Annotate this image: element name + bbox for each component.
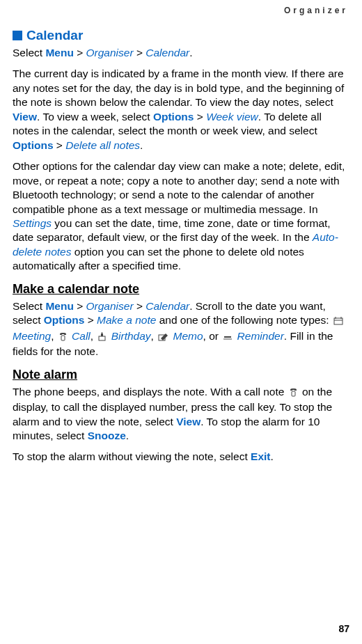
options-link: Options bbox=[13, 139, 54, 151]
meeting-link: Meeting bbox=[13, 330, 51, 342]
note-alarm-description-1: The phone beeps, and displays the note. … bbox=[13, 385, 349, 443]
svg-rect-9 bbox=[224, 336, 231, 338]
svg-rect-6 bbox=[101, 333, 103, 336]
meeting-icon bbox=[333, 315, 343, 329]
sep: > bbox=[134, 300, 146, 312]
view-link: View bbox=[13, 111, 37, 123]
menu-link: Menu bbox=[45, 300, 73, 312]
exit-link: Exit bbox=[251, 450, 270, 462]
text: you can set the date, time, time zone, d… bbox=[13, 217, 331, 243]
memo-icon bbox=[158, 331, 168, 345]
calendar-description-1: The current day is indicated by a frame … bbox=[13, 67, 349, 152]
text: . bbox=[140, 139, 143, 151]
snooze-link: Snooze bbox=[88, 430, 126, 441]
view-link: View bbox=[176, 416, 200, 427]
sep: > bbox=[134, 47, 146, 58]
settings-link: Settings bbox=[13, 217, 52, 229]
text: , bbox=[151, 330, 157, 342]
memo-link: Memo bbox=[170, 330, 203, 342]
reminder-icon bbox=[223, 331, 233, 345]
options-link: Options bbox=[153, 111, 194, 123]
options-link: Options bbox=[44, 314, 85, 326]
subheading-make-note: Make a calendar note bbox=[13, 282, 349, 297]
call-icon bbox=[58, 331, 68, 345]
sep: > bbox=[74, 47, 86, 58]
calendar-link: Calendar bbox=[145, 300, 189, 312]
header-label: Organizer bbox=[13, 6, 349, 15]
calendar-description-2: Other options for the calendar day view … bbox=[13, 159, 349, 274]
birthday-link: Birthday bbox=[108, 330, 150, 342]
birthday-icon bbox=[97, 331, 107, 345]
text: The current day is indicated by a frame … bbox=[13, 68, 344, 108]
square-bullet-icon bbox=[13, 31, 22, 40]
text: . bbox=[270, 450, 273, 462]
page-number: 87 bbox=[338, 623, 349, 634]
text: , or bbox=[203, 330, 222, 342]
sep: > bbox=[194, 111, 206, 123]
call-icon bbox=[289, 386, 298, 400]
note-alarm-description-2: To stop the alarm without viewing the no… bbox=[13, 450, 349, 464]
text: Other options for the calendar day view … bbox=[13, 160, 345, 214]
svg-rect-5 bbox=[99, 336, 105, 340]
call-link: Call bbox=[69, 330, 90, 342]
text: To stop the alarm without viewing the no… bbox=[13, 450, 251, 462]
title-text: Calendar bbox=[26, 28, 83, 43]
calendar-link: Calendar bbox=[145, 47, 189, 58]
subheading-note-alarm: Note alarm bbox=[13, 368, 349, 382]
text: Select bbox=[13, 47, 45, 58]
sep: > bbox=[84, 314, 97, 326]
weekview-link: Week view bbox=[206, 111, 258, 123]
text: The phone beeps, and displays the note. … bbox=[13, 386, 288, 398]
organiser-link: Organiser bbox=[86, 47, 134, 58]
svg-rect-11 bbox=[292, 391, 295, 396]
make-note-description: Select Menu > Organiser > Calendar. Scro… bbox=[13, 299, 349, 359]
text: , bbox=[90, 330, 97, 342]
reminder-link: Reminder bbox=[234, 330, 284, 342]
menu-link: Menu bbox=[45, 47, 73, 58]
text: . To view a week, select bbox=[37, 111, 153, 123]
deleteall-link: Delete all notes bbox=[65, 139, 140, 151]
text: Select bbox=[13, 300, 45, 312]
text: . bbox=[126, 430, 129, 441]
text: and one of the following note types: bbox=[156, 314, 331, 326]
organiser-link: Organiser bbox=[86, 300, 134, 312]
section-title-calendar: Calendar bbox=[13, 28, 349, 43]
makenote-link: Make a note bbox=[97, 314, 156, 326]
sep: > bbox=[74, 300, 86, 312]
svg-rect-4 bbox=[61, 336, 65, 340]
svg-rect-0 bbox=[334, 318, 343, 324]
calendar-path: Select Menu > Organiser > Calendar. bbox=[13, 46, 349, 60]
sep: > bbox=[54, 139, 66, 151]
text: . bbox=[189, 47, 192, 58]
text: , bbox=[51, 330, 57, 342]
